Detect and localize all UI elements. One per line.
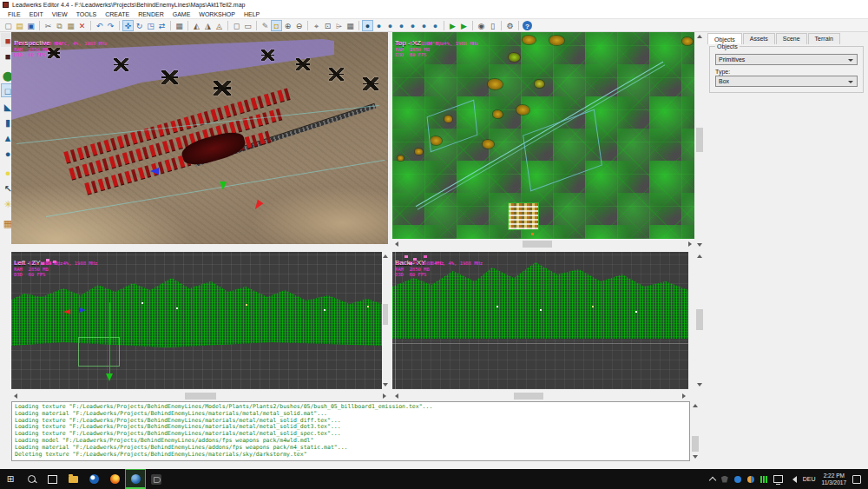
toolbar-options-gear-button[interactable]: ⚙ — [504, 20, 516, 31]
taskbar-leadwerks-button[interactable] — [125, 469, 146, 489]
tray-rivatuner-icon[interactable] — [760, 476, 767, 483]
toolbar-publish-button[interactable]: ▯ — [487, 20, 498, 31]
toolbar-layout-4a-button[interactable]: ● — [418, 20, 430, 31]
toolbar-scale-button[interactable]: ◳ — [145, 20, 156, 31]
media-player-icon — [89, 474, 99, 484]
toolbar-help-button[interactable]: ? — [523, 21, 532, 30]
tab-assets[interactable]: Assets — [743, 33, 775, 44]
taskbar-media-player-button[interactable] — [83, 469, 104, 489]
hedgehog-obstacle — [214, 81, 231, 96]
menu-help[interactable]: HELP — [240, 11, 264, 17]
scrollbar-console[interactable] — [690, 401, 700, 461]
object-type-dropdown[interactable]: Box — [715, 76, 858, 87]
gizmo-arrow-red[interactable] — [63, 309, 70, 314]
scrollbar-left-horizontal[interactable] — [11, 391, 389, 401]
vegetation-blob — [516, 105, 529, 115]
toolbar-redo-button[interactable]: ↷ — [105, 20, 116, 31]
gizmo-arrow-red[interactable] — [253, 200, 264, 212]
tray-network-globe-icon[interactable] — [747, 476, 754, 483]
viewport-top-xz[interactable]: Top - XZ84°C, 4%, 1988 MHz GPU1 57% 1988… — [392, 32, 694, 239]
scrollbar-back-horizontal[interactable] — [392, 391, 688, 401]
console-log[interactable]: Loading texture "F:/Leadwerks/Projects/B… — [11, 401, 690, 461]
scrollbar-top-horizontal[interactable] — [392, 239, 694, 249]
clock[interactable]: 2:22 PM 11/3/2017 — [822, 472, 846, 486]
toolbar-zoom-out-button[interactable]: ⊖ — [293, 20, 305, 31]
toolbar-run-game-button[interactable]: ▶ — [447, 20, 458, 31]
taskbar-start-button[interactable]: ⊞ — [0, 469, 21, 489]
menu-bar: FILEEDITVIEWTOOLSCREATERENDERGAMEWORKSHO… — [0, 10, 868, 19]
viewport-perspective[interactable]: Perspective84°C, 4%, 1988 MHz GPU1 57% 1… — [11, 32, 388, 244]
toolbar-snap-grid-button[interactable]: ▦ — [174, 20, 185, 31]
gizmo-arrow-blue[interactable] — [79, 307, 86, 313]
taskbar-search-button[interactable] — [21, 469, 42, 489]
taskbar-file-explorer-button[interactable] — [62, 469, 83, 489]
toolbar-terrain-smooth-button[interactable]: ◬ — [214, 20, 225, 31]
toolbar-select-marquee-button[interactable]: ⌖ — [311, 20, 322, 31]
scrollbar-back-vertical[interactable] — [694, 252, 705, 389]
tray-network-icon[interactable] — [773, 475, 783, 483]
toolbar-layout-3a-button[interactable]: ● — [396, 20, 407, 31]
tray-blue-app-icon[interactable] — [734, 476, 741, 483]
objects-groupbox: Objects Primitives Type: Box — [709, 46, 864, 93]
right-panel: ObjectsAssetsSceneTerrain Objects Primit… — [706, 32, 868, 469]
toolbar-hollow-button[interactable]: ▭ — [242, 20, 253, 31]
gizmo-arrow-green[interactable] — [220, 182, 227, 190]
menu-create[interactable]: CREATE — [101, 11, 134, 17]
toolbar-select-add-button[interactable]: ⊡ — [322, 20, 333, 31]
menu-file[interactable]: FILE — [3, 11, 25, 17]
toolbar-layout-single-button[interactable]: ● — [362, 20, 373, 31]
vegetation-blob — [682, 37, 693, 45]
toolbar-lock-button[interactable]: ◘ — [271, 20, 282, 31]
viewport-back-xy[interactable]: Back - XY84°C, 4%, 1988 MHz GPU1 57% 198… — [392, 252, 688, 389]
gizmo-arrow-blue[interactable] — [150, 168, 159, 175]
toolbar-open-file-button[interactable]: ▤ — [14, 20, 25, 31]
toolbar-layout-2a-button[interactable]: ● — [373, 20, 385, 31]
menu-tools[interactable]: TOOLS — [72, 11, 102, 17]
toolbar-undo-button[interactable]: ↶ — [94, 20, 105, 31]
language-indicator[interactable]: DEU — [803, 476, 816, 482]
gizmo-arrow-green[interactable] — [106, 373, 113, 381]
tray-volume-icon[interactable] — [789, 476, 797, 483]
toolbar-layout-2b-button[interactable]: ● — [385, 20, 396, 31]
gpu-stats-line: GPU1 57% 1988 MHz — [14, 41, 62, 47]
menu-workshop[interactable]: WORKSHOP — [194, 11, 240, 17]
toolbar-shear-button[interactable]: ⇄ — [156, 20, 168, 31]
toolbar-grid-table-button[interactable]: ▦ — [345, 20, 356, 31]
toolbar-carve-button[interactable]: ◻ — [231, 20, 242, 31]
tray-afterburner-icon[interactable] — [721, 476, 728, 483]
scrollbar-left-vertical[interactable] — [382, 252, 389, 389]
toolbar-new-file-button[interactable]: ▢ — [3, 20, 14, 31]
object-category-dropdown[interactable]: Primitives — [715, 54, 858, 65]
toolbar-copy-button[interactable]: ⧉ — [54, 20, 65, 31]
tray-hidden-icons-chevron-icon[interactable] — [709, 476, 716, 483]
scrollbar-top-vertical[interactable] — [694, 32, 705, 249]
toolbar-layout-quad-button[interactable]: ● — [430, 20, 441, 31]
toolbar-terrain-raise-button[interactable]: ◭ — [191, 20, 202, 31]
toolbar-translate-button[interactable]: ✜ — [122, 20, 134, 31]
toolbar-terrain-lower-button[interactable]: ◮ — [202, 20, 214, 31]
menu-view[interactable]: VIEW — [48, 11, 72, 17]
toolbar-paint-button[interactable]: ✎ — [260, 20, 271, 31]
taskbar-modeling-app-button[interactable] — [146, 469, 167, 489]
toolbar: ▢▤▣✂⧉▦✕↶↷✜↻◳⇄▦◭◮◬◻▭✎◘⊕⊖⌖⊡⌲▦●●●●●●●▶▶◉▯⚙? — [0, 19, 868, 32]
taskbar-task-view-button[interactable] — [42, 469, 62, 489]
toolbar-layout-3b-button[interactable]: ● — [407, 20, 418, 31]
toolbar-delete-button[interactable]: ✕ — [76, 20, 88, 31]
file-explorer-icon — [69, 476, 78, 483]
toolbar-zoom-in-button[interactable]: ⊕ — [282, 20, 293, 31]
toolbar-run-debug-button[interactable]: ▶ — [458, 20, 470, 31]
toolbar-save-file-button[interactable]: ▣ — [25, 20, 36, 31]
menu-render[interactable]: RENDER — [134, 11, 168, 17]
action-center-icon[interactable] — [852, 475, 861, 484]
viewport-left-zy[interactable]: Left - ZY84°C, 4%, 1988 MHz GPU1 57% 198… — [11, 252, 382, 389]
menu-game[interactable]: GAME — [168, 11, 195, 17]
toolbar-select-move-button[interactable]: ⌲ — [333, 20, 345, 31]
toolbar-paste-button[interactable]: ▦ — [65, 20, 76, 31]
menu-edit[interactable]: EDIT — [25, 11, 48, 17]
toolbar-cut-button[interactable]: ✂ — [43, 20, 54, 31]
tab-scene[interactable]: Scene — [776, 33, 807, 44]
taskbar-firefox-button[interactable] — [104, 469, 125, 489]
toolbar-screenshot-camera-button[interactable]: ◉ — [476, 20, 487, 31]
tab-terrain[interactable]: Terrain — [808, 33, 840, 44]
toolbar-rotate-button[interactable]: ↻ — [134, 20, 145, 31]
